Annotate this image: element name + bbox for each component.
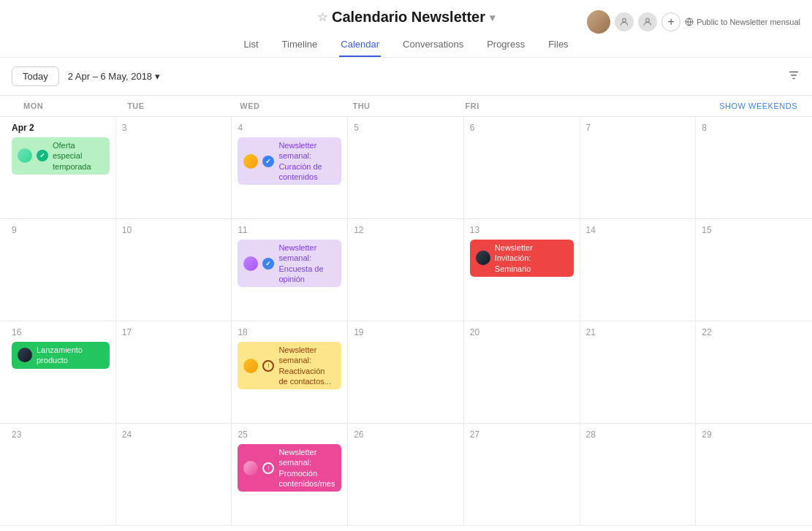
day-17: 17	[116, 321, 232, 424]
day-29: 29	[696, 424, 812, 526]
add-user-button[interactable]: +	[661, 12, 680, 31]
tab-files[interactable]: Files	[547, 33, 569, 57]
day-11: 11 ✓ Newsletter semanal: Encuesta de opi…	[232, 219, 348, 321]
event-newsletter-promocion[interactable]: ! Newsletter semanal: Promoción contenid…	[238, 444, 341, 492]
avatar-user-icon	[615, 12, 634, 31]
event-avatar	[18, 348, 32, 362]
day-num: 10	[122, 225, 226, 235]
day-apr2: Apr 2 ✓ Oferta especial temporada	[0, 117, 116, 219]
day-19: 19	[348, 321, 464, 424]
svg-point-0	[623, 18, 626, 22]
nav-tabs: List Timeline Calendar Conversations Pro…	[242, 33, 569, 57]
event-text: Newsletter Invitación: Seminario	[495, 242, 568, 274]
event-avatar	[18, 148, 32, 163]
public-label: Public to Newsletter mensual	[697, 18, 800, 26]
show-weekends-button[interactable]: Show weekends	[688, 96, 800, 116]
day-27: 27	[464, 424, 580, 526]
event-newsletter-seminario[interactable]: Newsletter Invitación: Seminario	[470, 240, 574, 277]
warning-icon-pink: !	[262, 462, 274, 474]
day-22: 22	[696, 321, 812, 424]
tab-conversations[interactable]: Conversations	[401, 33, 465, 57]
tab-list[interactable]: List	[242, 33, 259, 57]
toolbar: Today 2 Apr – 6 May, 2018 ▾	[0, 58, 812, 96]
today-button[interactable]: Today	[12, 66, 59, 86]
day-8: 8	[696, 117, 812, 219]
day-num: 14	[586, 225, 690, 235]
tab-timeline[interactable]: Timeline	[281, 33, 319, 57]
day-num: 8	[702, 123, 806, 133]
header-wed: WED	[237, 96, 349, 116]
check-icon: ✓	[265, 158, 271, 165]
day-18: 18 ! Newsletter semanal: Reactivación de…	[232, 321, 348, 424]
day-num: 5	[354, 123, 458, 133]
day-num: 9	[12, 225, 110, 235]
day-num: 27	[470, 429, 574, 440]
filter-icon[interactable]	[787, 69, 800, 85]
day-28: 28	[580, 424, 697, 526]
day-26: 26	[348, 424, 464, 526]
avatar[interactable]	[587, 10, 610, 34]
header-thu: THU	[349, 96, 462, 116]
day-num: 7	[586, 123, 690, 133]
page-title: ☆ Calendario Newsletter ▾	[317, 9, 495, 26]
event-newsletter-encuesta[interactable]: ✓ Newsletter semanal: Encuesta de opinió…	[238, 240, 341, 287]
day-num: 15	[702, 225, 806, 235]
header-right: + Public to Newsletter mensual	[587, 10, 800, 34]
day-15: 15	[696, 219, 812, 321]
date-range[interactable]: 2 Apr – 6 May, 2018 ▾	[68, 71, 160, 82]
day-num: 3	[122, 123, 226, 133]
event-text: Newsletter semanal: Reactivación de cont…	[278, 345, 335, 386]
day-num: 17	[122, 327, 226, 337]
event-avatar	[243, 256, 258, 271]
header-sat	[575, 96, 688, 116]
day-23: 23	[0, 424, 116, 526]
day-num: 21	[586, 327, 690, 337]
event-text: Newsletter semanal: Promoción contenidos…	[278, 447, 335, 489]
header-fri: FRI	[463, 96, 575, 116]
date-range-text: 2 Apr – 6 May, 2018	[68, 71, 152, 82]
day-20: 20	[464, 321, 580, 424]
day-4: 4 ✓ Newsletter semanal: Curación de cont…	[232, 117, 348, 219]
event-oferta[interactable]: ✓ Oferta especial temporada	[12, 137, 110, 175]
day-num: 29	[702, 429, 806, 440]
day-num: 26	[354, 429, 458, 440]
check-badge: ✓	[262, 156, 274, 167]
header-tue: TUE	[124, 96, 237, 116]
event-lanzamiento[interactable]: Lanzamiento producto	[12, 342, 110, 369]
event-avatar	[476, 251, 490, 265]
event-text: Newsletter semanal: Encuesta de opinión	[278, 242, 335, 284]
day-21: 21	[580, 321, 697, 424]
title-dropdown-icon[interactable]: ▾	[490, 12, 495, 23]
tab-calendar[interactable]: Calendar	[339, 33, 381, 57]
day-25: 25 ! Newsletter semanal: Promoción conte…	[232, 424, 348, 526]
day-num: 23	[12, 429, 110, 440]
event-avatar	[243, 154, 258, 169]
day-num: 16	[12, 327, 110, 337]
svg-point-1	[646, 18, 650, 22]
day-16: 16 Lanzamiento producto	[0, 321, 116, 424]
day-num: 18	[238, 327, 341, 337]
day-3: 3	[116, 117, 232, 219]
star-icon[interactable]: ☆	[317, 10, 327, 24]
day-num: 12	[354, 225, 458, 235]
day-num: 6	[470, 123, 574, 133]
calendar-grid: Apr 2 ✓ Oferta especial temporada 3 4 ✓ …	[0, 117, 812, 526]
check-icon: ✓	[39, 152, 45, 159]
day-10: 10	[116, 219, 232, 321]
event-newsletter-curacion[interactable]: ✓ Newsletter semanal: Curación de conten…	[238, 137, 341, 185]
day-num: 22	[702, 327, 806, 337]
day-num: 20	[470, 327, 574, 337]
day-num: Apr 2	[12, 123, 110, 133]
event-newsletter-reactivacion[interactable]: ! Newsletter semanal: Reactivación de co…	[238, 342, 341, 389]
day-6: 6	[464, 117, 580, 219]
day-num: 24	[122, 429, 226, 440]
day-num: 28	[586, 429, 690, 440]
event-text: Newsletter semanal: Curación de contenid…	[278, 140, 335, 182]
public-badge: Public to Newsletter mensual	[685, 18, 800, 26]
avatar-user2-icon	[638, 12, 657, 31]
tab-progress[interactable]: Progress	[485, 33, 526, 57]
event-text: Lanzamiento producto	[37, 345, 104, 366]
check-icon: ✓	[265, 260, 271, 267]
day-14: 14	[580, 219, 697, 321]
event-avatar	[243, 461, 258, 475]
